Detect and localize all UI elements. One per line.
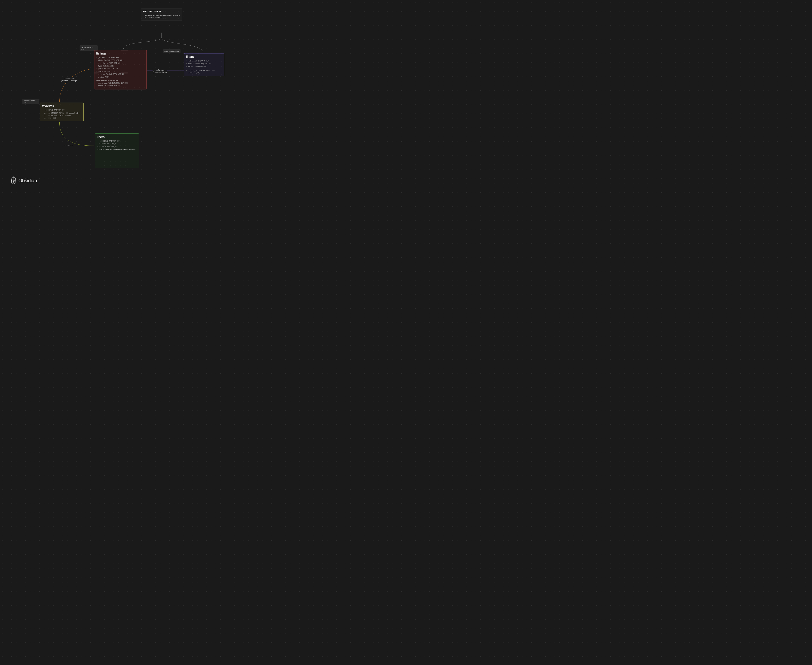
- filters-field: _id SERIAL PRIMARY KEY,: [186, 59, 222, 62]
- edge-label-fav-users: one-to-one: [64, 144, 74, 147]
- users-note: other properties associated with authent…: [97, 148, 137, 151]
- users-field: username VARCHAR(255),: [97, 142, 137, 145]
- listings-field: type VARCHAR(255): [96, 65, 145, 67]
- listings-field: _id SERIAL PRIMARY KEY,: [96, 56, 145, 59]
- node-filters[interactable]: filters _id SERIAL PRIMARY KEY, name VAR…: [184, 53, 225, 76]
- favorites-field: _id SERIAL PRIMARY KEY,: [42, 109, 82, 111]
- node-real-estate-api[interactable]: REAL ESTATE API GET listing and filters …: [141, 8, 182, 21]
- favorites-field: listing_id INTEGER REFERENCES listings(_…: [42, 115, 82, 119]
- tag-favorites-omitted[interactable]: favorites omitted for now: [23, 98, 39, 104]
- edge-label-fav-listings: one-to-many (favorite → listings): [61, 77, 78, 82]
- canvas[interactable]: REAL ESTATE API GET listing and filters …: [0, 0, 235, 193]
- node-title: favorites: [42, 105, 82, 108]
- listings-field: address VARCHAR(255) NOT NULL,: [96, 73, 145, 76]
- node-users[interactable]: users _id SERIAL PRIMARY KEY, username V…: [95, 133, 139, 168]
- obsidian-logo-icon: [10, 176, 17, 185]
- obsidian-watermark-text: Obsidian: [18, 178, 37, 183]
- obsidian-watermark: Obsidian: [10, 176, 37, 185]
- api-item: GET listing and filters info from Replie…: [143, 14, 180, 18]
- filters-field: values VARCHAR(255)[],: [186, 65, 222, 68]
- node-favorites[interactable]: favorites _id SERIAL PRIMARY KEY, user_i…: [40, 103, 84, 121]
- filters-field: listing_id INTEGER REFERENCES listings(_…: [186, 69, 222, 74]
- listings-field: agent_name VARCHAR(255) NOT NULL,: [96, 82, 145, 85]
- favorites-field: user_id INTEGER REFERENCES users(_id),: [42, 112, 82, 115]
- listings-section-note: these below are omitted for now: [96, 80, 145, 81]
- listings-field: title VARCHAR(255) NOT NULL,: [96, 59, 145, 62]
- filters-field: name VARCHAR(255) NOT NULL,: [186, 62, 222, 65]
- listings-field: description TEXT NOT NULL,: [96, 62, 145, 65]
- users-field: _id SERIAL PRIMARY KEY,: [97, 140, 137, 142]
- node-title: listings: [96, 52, 145, 55]
- listings-field: photos TEXT[],: [96, 76, 145, 79]
- users-field: password VARCHAR(255): [97, 145, 137, 148]
- node-title: filters: [186, 55, 222, 58]
- listings-field: price VARCHAR(255),: [96, 70, 145, 73]
- node-title: REAL ESTATE API: [143, 10, 180, 13]
- tag-filters-omitted[interactable]: filters omitted for now: [163, 49, 180, 53]
- listings-field: agent_id INTEGER NOT NULL,: [96, 85, 145, 87]
- node-title: users: [97, 135, 137, 139]
- node-listings[interactable]: listings _id SERIAL PRIMARY KEY, title V…: [94, 50, 147, 89]
- listings-field: price DECIMAL (10, 2),: [96, 67, 145, 70]
- edge-label-listing-filters: one-to-many (listing → filters): [153, 69, 167, 74]
